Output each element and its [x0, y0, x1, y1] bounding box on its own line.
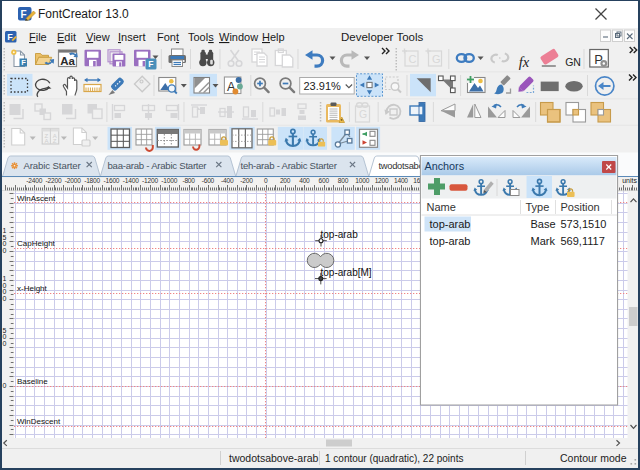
svg-text:Position: Position	[561, 201, 600, 213]
svg-text:Type: Type	[526, 201, 550, 213]
svg-text:top-arab: top-arab	[430, 235, 471, 247]
svg-text:F: F	[21, 9, 27, 20]
svg-text:573,1510: 573,1510	[561, 218, 607, 230]
svg-text:F: F	[148, 59, 153, 69]
svg-text:F: F	[21, 58, 26, 67]
svg-text:1000: 1000	[355, 177, 369, 184]
svg-text:0: 0	[3, 295, 7, 302]
svg-text:Help: Help	[262, 31, 285, 43]
svg-text:569,1117: 569,1117	[561, 235, 605, 247]
svg-text:-1800: -1800	[84, 177, 100, 184]
svg-text:baa-arab - Arabic Starter: baa-arab - Arabic Starter	[108, 160, 208, 171]
svg-text:GN: GN	[565, 56, 581, 68]
svg-text:Edit: Edit	[57, 31, 76, 43]
svg-text:fx: fx	[519, 54, 530, 70]
svg-text:0: 0	[3, 340, 7, 347]
svg-text:F: F	[7, 32, 13, 42]
svg-text:G: G	[359, 108, 367, 120]
svg-text:-1000: -1000	[161, 177, 177, 184]
svg-text:Insert: Insert	[118, 31, 146, 43]
svg-text:0: 0	[3, 247, 7, 254]
svg-text:twodotsabove-arab: twodotsabove-arab	[229, 452, 318, 464]
svg-text:Mark: Mark	[531, 235, 556, 247]
svg-text:Arabic Starter: Arabic Starter	[23, 160, 81, 171]
svg-text:WinDescent: WinDescent	[17, 417, 61, 426]
svg-text:1 contour (quadratic), 22 poin: 1 contour (quadratic), 22 points	[325, 453, 463, 464]
svg-text:A: A	[44, 138, 48, 144]
svg-text:File: File	[29, 31, 47, 43]
svg-text:200: 200	[280, 177, 291, 184]
svg-text:View: View	[86, 31, 110, 43]
svg-text:Baseline: Baseline	[17, 377, 48, 386]
svg-text:Name: Name	[427, 201, 456, 213]
svg-text:-200: -200	[240, 177, 253, 184]
svg-text:-600: -600	[202, 177, 215, 184]
svg-text:-1400: -1400	[123, 177, 139, 184]
svg-text:0: 0	[264, 177, 268, 184]
svg-text:-2400: -2400	[26, 177, 42, 184]
svg-text:Anchors: Anchors	[425, 160, 465, 172]
svg-text:Aa: Aa	[60, 55, 75, 67]
svg-text:-1200: -1200	[142, 177, 158, 184]
svg-text:Window: Window	[219, 31, 258, 43]
svg-text:400: 400	[299, 177, 310, 184]
svg-text:Z: Z	[53, 138, 57, 144]
svg-text:C: C	[409, 53, 417, 65]
svg-text:-2000: -2000	[65, 177, 81, 184]
svg-text:x-Height: x-Height	[17, 284, 48, 293]
svg-text:0: 0	[3, 382, 7, 389]
svg-text:G: G	[432, 53, 441, 65]
svg-text:600: 600	[318, 177, 329, 184]
svg-text:1400: 1400	[394, 177, 408, 184]
svg-text:23.91%: 23.91%	[304, 80, 342, 92]
svg-text:-2200: -2200	[46, 177, 62, 184]
svg-text:top-arab[M]: top-arab[M]	[321, 267, 372, 278]
svg-text:FontCreator 13.0: FontCreator 13.0	[38, 7, 129, 21]
svg-text:teh-arab - Arabic Starter: teh-arab - Arabic Starter	[241, 160, 338, 171]
svg-text:units: units	[622, 177, 637, 184]
svg-text:800: 800	[338, 177, 349, 184]
svg-text:Tools: Tools	[188, 31, 214, 43]
svg-text:-400: -400	[221, 177, 234, 184]
svg-text:Contour mode: Contour mode	[560, 452, 627, 464]
svg-text:WinAscent: WinAscent	[17, 194, 56, 203]
svg-text:1200: 1200	[375, 177, 389, 184]
svg-text:top-arab: top-arab	[321, 229, 359, 240]
svg-text:top-arab: top-arab	[430, 218, 471, 230]
svg-text:Font: Font	[157, 31, 179, 43]
svg-text:CapHeight: CapHeight	[17, 239, 56, 248]
svg-text:Developer Tools: Developer Tools	[341, 31, 424, 43]
svg-text:-800: -800	[182, 177, 195, 184]
svg-text:-1600: -1600	[103, 177, 119, 184]
svg-text:Base: Base	[531, 218, 556, 230]
